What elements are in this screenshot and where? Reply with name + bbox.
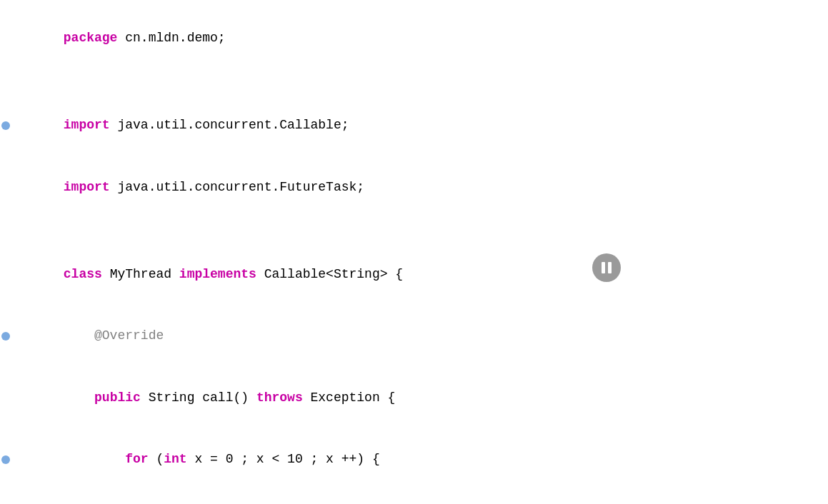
code-line-10: System.out.println("********* 线程执行、x = "… bbox=[0, 490, 828, 504]
code-editor: package cn.mldn.demo; import java.util.c… bbox=[0, 0, 828, 504]
code-line-7: @Override bbox=[0, 306, 828, 367]
code-line-5 bbox=[0, 218, 828, 243]
gutter-4 bbox=[0, 156, 11, 218]
line-content-1: package cn.mldn.demo; bbox=[17, 7, 814, 69]
keyword-package: package bbox=[64, 31, 118, 45]
code-line-3: import java.util.concurrent.Callable; bbox=[0, 94, 828, 156]
breakpoint-9 bbox=[1, 455, 10, 464]
code-line-8: public String call() throws Exception { bbox=[0, 367, 828, 428]
breakpoint-3 bbox=[1, 121, 10, 130]
code-line-1: package cn.mldn.demo; bbox=[0, 7, 828, 69]
gutter-10 bbox=[0, 490, 11, 504]
gutter-9 bbox=[0, 428, 11, 490]
code-line-4: import java.util.concurrent.FutureTask; bbox=[0, 156, 828, 218]
code-line-6: class MyThread implements Callable<Strin… bbox=[0, 243, 828, 305]
gutter-8 bbox=[0, 367, 11, 428]
gutter-2 bbox=[0, 69, 11, 94]
gutter-7 bbox=[0, 306, 11, 367]
breakpoint-7 bbox=[1, 332, 10, 341]
gutter-6 bbox=[0, 243, 11, 305]
pause-icon bbox=[602, 262, 612, 273]
gutter-5 bbox=[0, 218, 11, 243]
pause-button[interactable] bbox=[592, 253, 621, 282]
code-line-2 bbox=[0, 69, 828, 94]
code-line-9: for (int x = 0 ; x < 10 ; x ++) { bbox=[0, 428, 828, 490]
gutter-3 bbox=[0, 94, 11, 156]
gutter-1 bbox=[0, 7, 11, 69]
